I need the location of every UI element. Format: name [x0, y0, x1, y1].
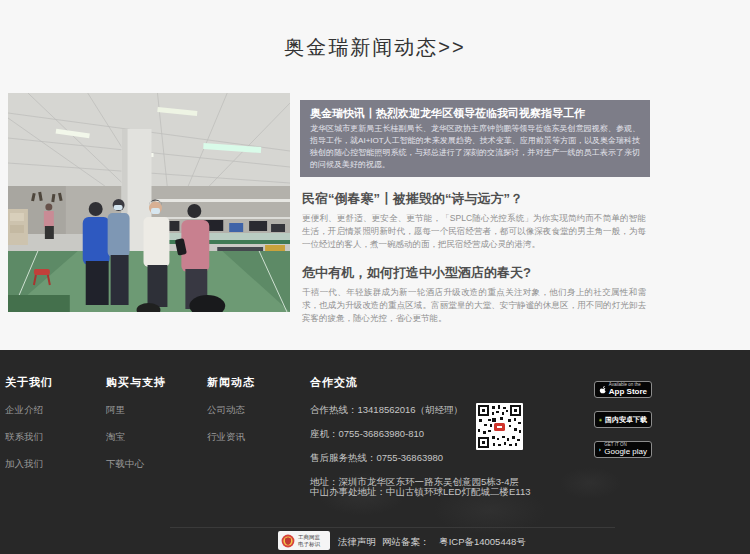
- contact-service-hotline: 售后服务热线：0755-36863980: [310, 452, 519, 465]
- footer-link-download-center[interactable]: 下载中心: [106, 458, 166, 471]
- news-item-body: 更便利、更舒适、更安全、更节能，「SPLC随心光控系统」为你实现简约而不简单的智…: [302, 212, 646, 251]
- android-download-badge[interactable]: 国内安卓下载: [594, 411, 652, 428]
- footer-column-title: 购买与支持: [106, 375, 166, 390]
- factory-photo-illustration: [8, 93, 290, 312]
- footer-link-taobao[interactable]: 淘宝: [106, 431, 166, 444]
- news-item-title: 民宿“倒春寒”丨被摧毁的“诗与远方”？: [302, 190, 646, 208]
- icp-record-label: 网站备案：: [382, 536, 430, 547]
- news-photo[interactable]: [8, 93, 290, 312]
- footer-divider: [170, 527, 615, 528]
- appstore-badge[interactable]: Available on the App Store: [594, 381, 652, 398]
- gongshang-badge-line1: 工商网监: [298, 534, 320, 541]
- footer-column-title: 合作交流: [310, 375, 519, 390]
- android-icon: [599, 414, 602, 426]
- footer-column-news: 新闻动态 公司动态 行业资讯: [207, 375, 255, 458]
- page-title[interactable]: 奥金瑞新闻动态>>: [0, 34, 750, 61]
- news-item-title: 奥金瑞快讯丨热烈欢迎龙华区领导莅临我司视察指导工作: [310, 106, 640, 121]
- news-list: 奥金瑞快讯丨热烈欢迎龙华区领导莅临我司视察指导工作 龙华区城市更新局王长桂副局长…: [300, 100, 650, 325]
- icp-record: 网站备案： 粤ICP备14005448号: [382, 536, 526, 549]
- googleplay-icon: [599, 444, 601, 456]
- app-badges: Available on the App Store 国内安卓: [594, 381, 652, 471]
- news-item-title: 危中有机，如何打造中小型酒店的春天?: [302, 264, 646, 282]
- footer-column-title: 新闻动态: [207, 375, 255, 390]
- office-address: 中山办事处地址：中山古镇环球LED灯配城二楼E113: [310, 486, 530, 499]
- android-badge-label: 国内安卓下载: [605, 416, 647, 423]
- footer: 关于我们 企业介绍 联系我们 加入我们 购买与支持 阿里 淘宝 下载中心 新闻动…: [0, 350, 750, 554]
- icp-record-number: 粤ICP备14005448号: [439, 536, 526, 547]
- gongshang-wangjian-badge[interactable]: 工商网监 电子标识: [278, 531, 330, 550]
- gongshang-emblem-icon: [281, 534, 295, 548]
- news-item[interactable]: 危中有机，如何打造中小型酒店的春天? 千禧一代、年轻族群成为新一轮酒店升级改造的…: [300, 264, 650, 325]
- googleplay-badge[interactable]: GET IT ON Google play: [594, 441, 652, 458]
- news-item-body: 龙华区城市更新局王长桂副局长、龙华区政协主席钟韵鹏等领导莅临东吴创意园视察、参观…: [310, 123, 640, 171]
- footer-link-industry-info[interactable]: 行业资讯: [207, 431, 255, 444]
- news-item-highlighted[interactable]: 奥金瑞快讯丨热烈欢迎龙华区领导莅临我司视察指导工作 龙华区城市更新局王长桂副局长…: [300, 100, 650, 177]
- news-item[interactable]: 民宿“倒春寒”丨被摧毁的“诗与远方”？ 更便利、更舒适、更安全、更节能，「SPL…: [300, 190, 650, 251]
- googleplay-badge-label: Google play: [604, 448, 647, 456]
- footer-link-contact-us[interactable]: 联系我们: [5, 431, 53, 444]
- page: 奥金瑞新闻动态>>: [0, 0, 750, 554]
- apple-icon: [599, 383, 606, 396]
- footer-column-title: 关于我们: [5, 375, 53, 390]
- legal-statement-link[interactable]: 法律声明: [338, 536, 376, 549]
- footer-link-ali[interactable]: 阿里: [106, 404, 166, 417]
- appstore-badge-label: App Store: [609, 388, 647, 396]
- footer-column-about: 关于我们 企业介绍 联系我们 加入我们: [5, 375, 53, 485]
- gongshang-badge-line2: 电子标识: [298, 541, 320, 548]
- footer-link-join-us[interactable]: 加入我们: [5, 458, 53, 471]
- footer-column-support: 购买与支持 阿里 淘宝 下载中心: [106, 375, 166, 485]
- qr-code: [476, 403, 523, 450]
- news-item-body: 千禧一代、年轻族群成为新一轮酒店升级改造的重点关注对象，他们身上的社交属性和需求…: [302, 286, 646, 325]
- footer-link-company-intro[interactable]: 企业介绍: [5, 404, 53, 417]
- footer-link-company-news[interactable]: 公司动态: [207, 404, 255, 417]
